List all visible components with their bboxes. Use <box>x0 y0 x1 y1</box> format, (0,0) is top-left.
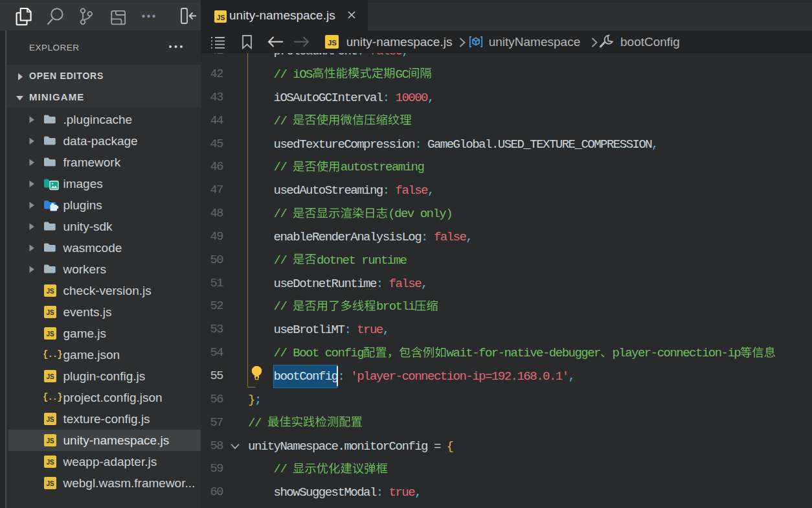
svg-text:JS: JS <box>46 373 54 380</box>
svg-text:JS: JS <box>46 416 54 423</box>
svg-text:JS: JS <box>46 309 54 316</box>
svg-text:JS: JS <box>46 330 54 338</box>
svg-text:JS: JS <box>217 14 225 21</box>
svg-text:JS: JS <box>46 437 54 444</box>
svg-text:JS: JS <box>46 459 54 466</box>
svg-text:JS: JS <box>46 288 54 295</box>
svg-text:JS: JS <box>46 480 54 487</box>
svg-text:JS: JS <box>328 39 337 47</box>
